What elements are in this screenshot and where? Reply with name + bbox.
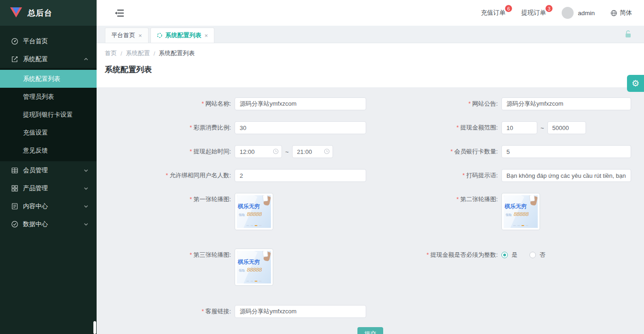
required-mark: *	[456, 124, 459, 131]
field-label-withdraw-time: *提现起始时间:	[97, 145, 235, 158]
field-label-banner1: *第一张轮播图:	[97, 193, 235, 206]
sidebar-item-product-management[interactable]: 产品管理	[0, 179, 97, 197]
carousel-dots	[247, 281, 262, 282]
withdraw-min-input[interactable]	[501, 121, 537, 134]
banner3-image-upload[interactable]: 棋乐无穷 领取 88888	[235, 249, 273, 286]
sidebar-item-system-config-list[interactable]: 系统配置列表	[0, 70, 97, 88]
range-separator: ~	[540, 125, 544, 131]
field-label-website-name: *网站名称:	[97, 97, 235, 110]
radio-option-yes[interactable]: 是	[501, 251, 518, 259]
withdraw-end-time-input[interactable]	[292, 145, 333, 158]
tab-system-config-list[interactable]: 系统配置列表 ×	[150, 28, 215, 43]
field-label-captcha-tip: *打码提示语:	[370, 169, 501, 182]
sidebar-item-feedback[interactable]: 意见反馈	[0, 142, 97, 159]
logo-bar: 总后台	[0, 0, 97, 26]
field-label-lottery-ratio: *彩票消费比例:	[97, 121, 235, 134]
withdraw-orders-badge: 3	[545, 5, 553, 12]
settings-gear-button[interactable]: ⚙	[627, 75, 644, 92]
sidebar-item-member-management[interactable]: 会员管理	[0, 161, 97, 179]
required-mark: *	[190, 124, 192, 131]
banner-title-text: 棋乐无穷	[505, 203, 527, 210]
sidebar-menu: 平台首页 系统配置 系统配置列表 管理员列表 提现到银行卡设置 充值设置 意见反…	[0, 26, 97, 233]
sidebar-fold-icon[interactable]	[115, 9, 124, 17]
radio-selected-icon	[501, 252, 508, 258]
required-mark: *	[468, 100, 471, 107]
sidebar-item-admin-list[interactable]: 管理员列表	[0, 88, 97, 106]
same-user-count-input[interactable]	[235, 169, 366, 182]
recharge-orders-link[interactable]: 充值订单 6	[481, 9, 506, 17]
chevron-down-icon	[84, 204, 88, 209]
form-row: *第一张轮播图: 棋乐无穷 领取 88888 *第二张轮播图: 棋乐无穷	[97, 193, 644, 230]
chevron-down-icon	[84, 222, 88, 226]
withdraw-max-input[interactable]	[547, 121, 586, 134]
table-icon	[11, 167, 18, 174]
banner-preview-image: 棋乐无穷 领取 88888	[237, 251, 271, 283]
required-mark: *	[201, 100, 204, 107]
required-mark: *	[190, 148, 192, 155]
sidebar-item-dashboard[interactable]: 平台首页	[0, 32, 97, 50]
website-notice-input[interactable]	[501, 97, 631, 110]
captcha-tip-input[interactable]	[501, 169, 631, 182]
sidebar-item-data-center[interactable]: 数据中心	[0, 215, 97, 233]
required-mark: *	[166, 172, 168, 179]
required-mark: *	[190, 251, 192, 258]
user-menu[interactable]: admin	[562, 7, 595, 19]
breadcrumb-system-config[interactable]: 系统配置	[126, 49, 150, 57]
form-row: *网站名称: *网站公告:	[97, 97, 644, 110]
field-label-bank-card-count: *会员银行卡数量:	[370, 145, 501, 158]
form-row: *彩票消费比例: *提现金额范围: ~	[97, 121, 644, 134]
sidebar-item-withdraw-bankcard-settings[interactable]: 提现到银行卡设置	[0, 106, 97, 124]
chevron-up-icon	[84, 57, 88, 62]
form-row: *允许绑相同用户名人数: *打码提示语:	[97, 169, 644, 182]
refresh-icon	[157, 33, 162, 38]
sidebar-item-label: 产品管理	[23, 184, 48, 192]
field-label-same-user-count: *允许绑相同用户名人数:	[97, 169, 235, 182]
tab-label: 系统配置列表	[166, 31, 201, 40]
withdraw-start-time-input[interactable]	[235, 145, 282, 158]
breadcrumb-separator: /	[121, 50, 122, 57]
lottery-ratio-input[interactable]	[235, 121, 366, 134]
bank-card-count-input[interactable]	[501, 145, 631, 158]
form-row: *提现起始时间: ~ *会员银行卡数量:	[97, 145, 644, 158]
banner-sub-text: 领取 88888	[239, 266, 262, 273]
sidebar-scrollbar-thumb[interactable]	[93, 321, 96, 334]
field-label-service-link: *客服链接:	[97, 305, 235, 318]
chevron-down-icon	[84, 186, 88, 191]
required-mark: *	[450, 148, 453, 155]
app-logo-icon	[10, 7, 22, 18]
banner-title-text: 棋乐无穷	[238, 203, 260, 210]
submit-button[interactable]: 提交	[357, 327, 383, 334]
withdraw-orders-label: 提现订单	[521, 9, 546, 16]
language-label: 简体	[620, 9, 632, 17]
banner2-image-upload[interactable]: 棋乐无穷 领取 88888	[501, 193, 540, 230]
hand-cards-graphic	[530, 196, 538, 206]
sidebar-item-content-center[interactable]: 内容中心	[0, 197, 97, 215]
close-icon[interactable]: ×	[138, 32, 142, 39]
config-form: *网站名称: *网站公告: *彩票消费比例: *提现金额范围: ~	[97, 87, 644, 334]
chevron-down-icon	[84, 168, 88, 173]
tab-platform-home[interactable]: 平台首页 ×	[105, 28, 149, 43]
breadcrumb-home[interactable]: 首页	[105, 49, 117, 57]
withdraw-orders-link[interactable]: 提现订单 3	[521, 9, 546, 17]
field-label-withdraw-range: *提现金额范围:	[370, 121, 501, 134]
sidebar-item-recharge-settings[interactable]: 充值设置	[0, 124, 97, 142]
language-switcher[interactable]: 简体	[610, 9, 632, 17]
sidebar-item-system-config[interactable]: 系统配置	[0, 50, 97, 68]
submenu-label: 管理员列表	[23, 93, 54, 101]
close-icon[interactable]: ×	[205, 32, 208, 39]
banner-preview-image: 棋乐无穷 领取 88888	[504, 195, 538, 228]
submenu-label: 提现到银行卡设置	[23, 111, 73, 119]
website-name-input[interactable]	[235, 97, 366, 110]
dashboard-icon	[11, 38, 18, 45]
carousel-dots	[513, 225, 529, 226]
submenu-label: 意见反馈	[23, 147, 48, 155]
radio-label: 否	[540, 251, 546, 259]
page-title: 系统配置列表	[105, 64, 633, 75]
sidebar: 总后台 平台首页 系统配置 系统配置列表 管理员列表	[0, 0, 97, 334]
unlock-icon[interactable]	[624, 30, 632, 39]
service-link-input[interactable]	[235, 305, 366, 318]
radio-option-no[interactable]: 否	[529, 251, 546, 259]
field-label-banner2: *第二张轮播图:	[370, 193, 501, 206]
avatar	[562, 7, 574, 19]
banner1-image-upload[interactable]: 棋乐无穷 领取 88888	[235, 193, 273, 230]
